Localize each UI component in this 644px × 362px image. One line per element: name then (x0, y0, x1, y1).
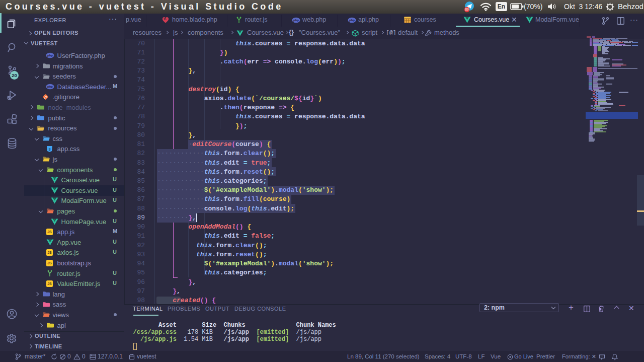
svg-text:php: php (47, 85, 53, 88)
svg-text:89: 89 (465, 8, 469, 11)
svg-text:php: php (47, 54, 53, 57)
svg-text:3: 3 (48, 147, 50, 151)
svg-text:php: php (293, 19, 299, 22)
svg-text:php: php (349, 19, 355, 22)
